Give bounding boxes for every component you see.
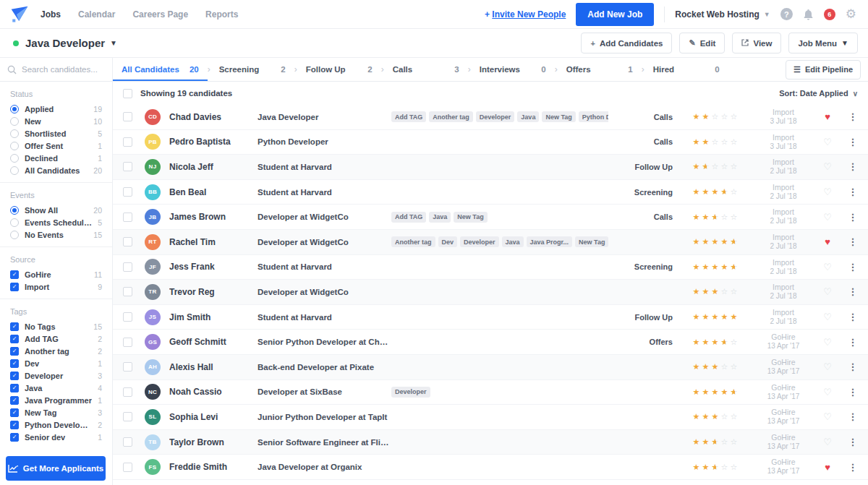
stage-label[interactable]: Calls [608,137,677,146]
row-checkbox[interactable] [123,287,132,296]
radio-control[interactable] [10,218,19,227]
row-menu-icon[interactable]: ⋮ [843,337,862,348]
row-checkbox[interactable] [123,338,132,347]
row-menu-icon[interactable]: ⋮ [843,286,862,297]
favorite-heart-icon[interactable]: ♡ [812,286,843,297]
favorite-heart-icon[interactable]: ♡ [812,312,843,322]
tag-chip[interactable]: New Tag [454,212,487,223]
row-menu-icon[interactable]: ⋮ [843,361,862,372]
row-menu-icon[interactable]: ⋮ [843,212,862,223]
row-menu-icon[interactable]: ⋮ [843,462,862,473]
candidate-name[interactable]: Geoff Schmitt [169,337,258,347]
candidate-row[interactable]: RT Rachel Tim Developer at WidgetCo Anot… [113,230,868,255]
tag-chip[interactable]: New Tag [575,236,608,247]
search-input[interactable] [22,65,101,74]
favorite-heart-icon[interactable]: ♡ [812,411,843,422]
stage-label[interactable]: Follow Up [608,313,677,322]
stage-label[interactable]: Screening [608,262,677,271]
row-menu-icon[interactable]: ⋮ [843,312,862,322]
row-menu-icon[interactable]: ⋮ [843,437,862,447]
rating-stars[interactable]: ★★★☆☆ [677,362,755,372]
candidate-row[interactable]: SL Sophia Levi Junior Python Developer a… [113,405,868,430]
add-new-job-button[interactable]: Add New Job [576,3,654,26]
edit-job-button[interactable]: ✎ Edit [679,33,725,53]
candidate-row[interactable]: GS Geoff Schmitt Senior Python Developer… [113,330,868,355]
pipeline-tab-all-candidates[interactable]: All Candidates20 [113,58,208,81]
row-menu-icon[interactable]: ⋮ [843,161,862,172]
row-checkbox[interactable] [123,437,132,447]
stage-label[interactable]: Calls [608,113,677,121]
favorite-heart-icon[interactable]: ♡ [812,337,843,348]
radio-control[interactable] [10,154,19,163]
candidate-name[interactable]: Taylor Brown [169,437,258,447]
job-menu-button[interactable]: Job Menu ▼ [788,33,858,53]
sort-dropdown[interactable]: Sort: Date Applied ∨ [779,89,858,98]
checkbox-control[interactable]: ✓ [10,322,19,331]
pipeline-tab-hired[interactable]: Hired0 [644,58,728,81]
candidate-name[interactable]: Pedro Baptista [169,137,258,147]
favorite-heart-icon[interactable]: ♥ [812,111,843,122]
checkbox-control[interactable]: ✓ [10,384,19,392]
tag-chip[interactable]: Dev [438,236,458,247]
radio-control[interactable] [10,166,19,175]
filter-declined[interactable]: Declined1 [0,152,112,164]
view-job-button[interactable]: View [732,33,781,53]
checkbox-control[interactable]: ✓ [10,359,19,368]
candidate-name[interactable]: Noah Cassio [169,387,258,397]
filter-show-all[interactable]: Show All20 [0,204,112,216]
radio-control[interactable] [10,231,19,239]
notifications-bell-icon[interactable] [803,9,814,20]
row-menu-icon[interactable]: ⋮ [843,262,862,272]
candidate-name[interactable]: Sophia Levi [169,412,258,422]
candidate-row[interactable]: BB Ben Beal Student at Harvard Screening… [113,180,868,205]
tag-chip[interactable]: Another tag [429,111,473,122]
radio-control[interactable] [10,206,19,215]
invite-new-people-link[interactable]: + Invite New People [485,9,566,20]
candidate-row[interactable]: JF Jess Frank Student at Harvard Screeni… [113,255,868,280]
row-checkbox[interactable] [123,112,132,121]
filter-events-scheduled[interactable]: Events Scheduled5 [0,216,112,228]
pipeline-tab-follow-up[interactable]: Follow Up2 [297,58,381,81]
favorite-heart-icon[interactable]: ♥ [812,236,843,247]
nav-item-jobs[interactable]: Jobs [41,9,61,20]
get-more-applicants-button[interactable]: Get More Applicants [6,456,106,481]
add-candidates-button[interactable]: + Add Candidates [581,33,672,53]
candidate-name[interactable]: Freddie Smith [169,462,258,472]
tag-chip[interactable]: Java [502,236,524,247]
favorite-heart-icon[interactable]: ♡ [812,262,843,272]
stage-label[interactable]: Calls [608,213,677,221]
candidate-row[interactable]: AH Alexis Hall Back-end Developer at Pix… [113,355,868,380]
pipeline-tab-interviews[interactable]: Interviews0 [471,58,555,81]
filter-no-events[interactable]: No Events15 [0,228,112,241]
candidate-name[interactable]: Ben Beal [169,187,258,197]
row-checkbox[interactable] [123,463,132,472]
tag-chip[interactable]: Java [429,212,451,223]
favorite-heart-icon[interactable]: ♡ [812,137,843,147]
tag-chip[interactable]: Python De... [579,111,608,122]
edit-pipeline-button[interactable]: ☰ Edit Pipeline [786,60,861,80]
stage-label[interactable]: Offers [608,338,677,346]
stage-label[interactable]: Follow Up [608,163,677,171]
pipeline-tab-screening[interactable]: Screening2 [210,58,294,81]
candidate-row[interactable]: FS Freddie Smith Java Developer at Organ… [113,455,868,480]
account-dropdown[interactable]: Rocket Web Hosting ▼ [675,9,770,20]
candidate-row[interactable]: CD Chad Davies Java Developer Add TAGAno… [113,105,868,130]
filter-java[interactable]: ✓Java4 [0,382,112,394]
candidate-name[interactable]: Chad Davies [169,112,258,122]
candidate-row[interactable]: TB Taylor Brown Senior Software Engineer… [113,430,868,455]
favorite-heart-icon[interactable]: ♡ [812,437,843,447]
rating-stars[interactable]: ★★★★☆★ [677,262,755,272]
rating-stars[interactable]: ★★☆★☆☆ [677,437,755,447]
checkbox-control[interactable]: ✓ [10,433,19,442]
filter-python-developer[interactable]: ✓Python Developer2 [0,419,112,431]
settings-gear-icon[interactable]: ⚙ [846,8,856,20]
rating-stars[interactable]: ★★★★☆★ [677,237,755,246]
candidate-name[interactable]: Trevor Reg [169,287,258,297]
rating-stars[interactable]: ★★☆★☆☆ [677,463,755,472]
radio-control[interactable] [10,142,19,150]
row-checkbox[interactable] [123,387,132,397]
filter-applied[interactable]: Applied19 [0,103,112,115]
candidate-row[interactable]: TR Trevor Reg Developer at WidgetCo ★★★☆… [113,280,868,305]
rating-stars[interactable]: ★★☆☆☆ [677,112,755,121]
tag-chip[interactable]: New Tag [542,111,575,122]
